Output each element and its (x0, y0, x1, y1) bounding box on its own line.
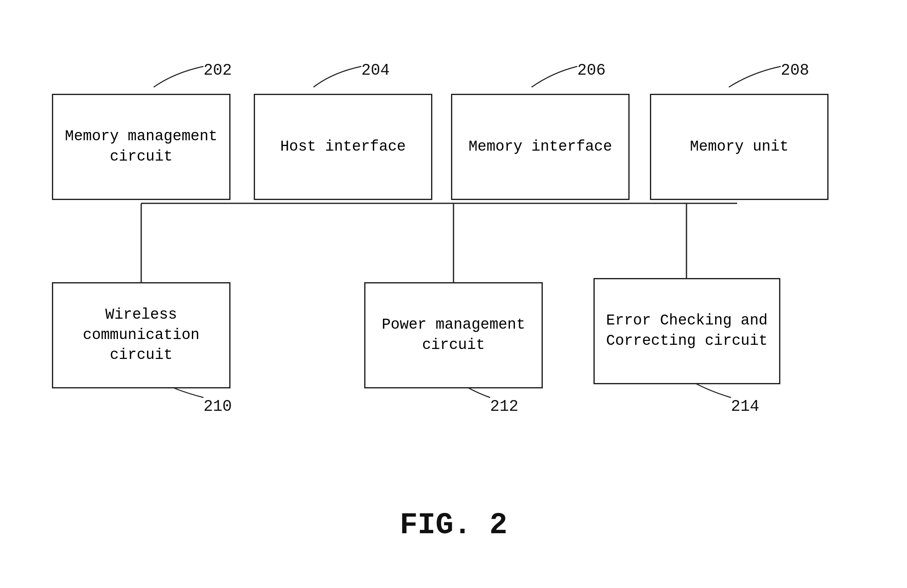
ref-214: 214 (731, 398, 759, 415)
figure-label: FIG. 2 (400, 508, 507, 542)
error-checking-correcting-circuit-box: Error Checking and Correcting circuit (593, 278, 780, 384)
diagram: Memory management circuit Host interface… (0, 0, 907, 588)
memory-interface-box: Memory interface (451, 94, 630, 200)
memory-unit-box: Memory unit (650, 94, 829, 200)
memory-unit-label: Memory unit (690, 137, 789, 157)
ref-202: 202 (203, 61, 232, 79)
host-interface-label: Host interface (280, 137, 406, 157)
ref-206: 206 (577, 61, 605, 79)
memory-management-circuit-box: Memory management circuit (52, 94, 230, 200)
host-interface-box: Host interface (254, 94, 432, 200)
ref-210: 210 (203, 398, 232, 415)
ref-212: 212 (490, 398, 518, 415)
wireless-communication-circuit-label: Wireless communication circuit (61, 305, 221, 366)
power-management-circuit-box: Power management circuit (364, 282, 543, 388)
memory-interface-label: Memory interface (468, 137, 612, 157)
power-management-circuit-label: Power management circuit (374, 315, 533, 355)
ref-204: 204 (361, 61, 390, 79)
error-checking-correcting-circuit-label: Error Checking and Correcting circuit (603, 311, 771, 351)
ref-208: 208 (781, 61, 809, 79)
wireless-communication-circuit-box: Wireless communication circuit (52, 282, 230, 388)
memory-management-circuit-label: Memory management circuit (61, 127, 221, 167)
